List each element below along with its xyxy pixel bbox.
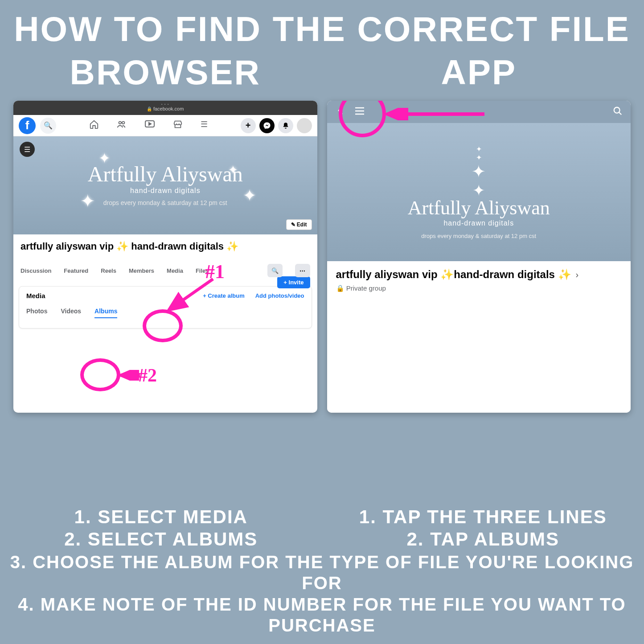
- tab-files[interactable]: Files: [196, 267, 209, 274]
- instruction-browser-1: 1. SELECT MEDIA: [0, 506, 322, 528]
- facebook-logo[interactable]: f: [19, 117, 36, 134]
- app-screenshot: ✦ ✦ ✦ ✦ Artfully Aliyswan hand-drawn dig…: [327, 101, 631, 413]
- annotation-label-2: #2: [138, 365, 157, 386]
- instruction-app-2: 2. TAP ALBUMS: [322, 528, 644, 550]
- browser-screenshot: • • • facebook.com f 🔍: [13, 101, 317, 413]
- brand-schedule: drops every monday & saturday at 12 pm c…: [421, 233, 536, 239]
- group-tabs: Discussion Featured Reels Members Media …: [13, 256, 317, 282]
- subtab-photos[interactable]: Photos: [26, 308, 47, 318]
- friends-icon[interactable]: [117, 119, 127, 131]
- tab-reels[interactable]: Reels: [101, 267, 116, 274]
- instructions-block: 1. SELECT MEDIA 2. SELECT ALBUMS 1. TAP …: [0, 506, 644, 636]
- chevron-right-icon: ›: [576, 270, 579, 280]
- group-title: artfully aliyswan vip ✨ hand-drawn digit…: [21, 241, 310, 252]
- browser-label: BROWSER: [13, 52, 317, 93]
- edit-cover-button[interactable]: ✎ Edit: [286, 219, 312, 230]
- group-menu-button[interactable]: ☰: [20, 142, 35, 157]
- brand-subtitle: hand-drawn digitals: [443, 219, 514, 227]
- lock-icon: 🔒: [336, 284, 345, 292]
- subtab-videos[interactable]: Videos: [61, 308, 81, 318]
- address-bar[interactable]: facebook.com: [147, 106, 184, 111]
- group-title-line1: artfully aliyswan vip ✨: [336, 268, 454, 281]
- sparkle-icon: ✦: [228, 163, 238, 177]
- instruction-browser-2: 2. SELECT ALBUMS: [0, 528, 322, 550]
- media-heading: Media: [26, 292, 45, 299]
- svg-line-9: [619, 112, 622, 115]
- home-icon[interactable]: [89, 119, 99, 131]
- sparkle-icon: ✦: [243, 186, 256, 205]
- more-tab-button[interactable]: ⋯: [295, 264, 310, 277]
- app-cover-banner: ✦ ✦ ✦ ✦ Artfully Aliyswan hand-drawn dig…: [327, 123, 631, 261]
- sparkle-icon: ✦: [476, 145, 482, 153]
- app-label: APP: [327, 52, 631, 93]
- media-card: Media + Create album Add photos/video Ph…: [19, 286, 312, 328]
- messenger-button[interactable]: [259, 118, 275, 133]
- search-icon: 🔍: [44, 121, 53, 130]
- annotation-circle-albums: [80, 358, 120, 391]
- instruction-shared-4: 4. MAKE NOTE OF THE ID NUMBER FOR THE FI…: [0, 594, 644, 636]
- app-group-header[interactable]: artfully aliyswan vip ✨ hand-drawn digit…: [327, 261, 631, 299]
- add-photos-link[interactable]: Add photos/video: [255, 292, 304, 299]
- brand-schedule: drops every monday & saturday at 12 pm c…: [103, 199, 227, 206]
- app-top-bar: [327, 101, 631, 123]
- sparkle-icon: ✦: [472, 181, 485, 199]
- svg-point-0: [119, 122, 121, 124]
- tab-featured[interactable]: Featured: [64, 267, 88, 274]
- browser-column: BROWSER • • • facebook.com f 🔍: [13, 49, 317, 413]
- facebook-top-nav: f 🔍 ☰: [13, 115, 317, 136]
- annotation-arrow-2: [119, 370, 141, 381]
- privacy-text: Private group: [346, 284, 386, 292]
- privacy-label: 🔒 Private group: [336, 284, 622, 292]
- group-title-line2: hand-drawn digitals ✨: [454, 268, 571, 281]
- account-button[interactable]: [297, 118, 312, 133]
- instruction-shared-3: 3. CHOOSE THE ALBUM FOR THE TYPE OF FILE…: [0, 552, 644, 594]
- search-icon[interactable]: [613, 106, 623, 118]
- hamburger-icon[interactable]: [355, 106, 365, 118]
- svg-point-1: [122, 122, 125, 124]
- subtab-albums[interactable]: Albums: [94, 308, 117, 318]
- search-button[interactable]: 🔍: [40, 118, 56, 134]
- brand-subtitle: hand-drawn digitals: [130, 187, 201, 195]
- watch-icon[interactable]: [144, 119, 155, 131]
- browser-chrome-bar: • • • facebook.com: [13, 101, 317, 115]
- brand-name: Artfully Aliyswan: [408, 199, 550, 217]
- tab-members[interactable]: Members: [129, 267, 154, 274]
- page-heading: HOW TO FIND THE CORRECT FILE: [0, 0, 644, 49]
- more-icon: ⋯: [299, 267, 305, 274]
- app-content-area: [327, 299, 631, 413]
- svg-point-8: [614, 107, 620, 113]
- tab-media[interactable]: Media: [167, 267, 183, 274]
- back-icon[interactable]: [335, 105, 346, 119]
- sparkle-icon: ✦: [80, 191, 95, 211]
- group-cover-banner: ☰ ✦ ✦ ✦ ✦ Artfully Aliyswan hand-drawn d…: [13, 136, 317, 234]
- instruction-app-1: 1. TAP THE THREE LINES: [322, 506, 644, 528]
- create-button[interactable]: +: [241, 118, 256, 133]
- group-header: artfully aliyswan vip ✨ hand-drawn digit…: [13, 234, 317, 256]
- browser-dots: • • •: [161, 102, 169, 106]
- app-column: APP ✦ ✦ ✦ ✦ Artfully Aliyswan: [327, 49, 631, 413]
- sparkle-icon: ✦: [476, 153, 482, 162]
- tab-discussion[interactable]: Discussion: [21, 267, 51, 274]
- search-tab-button[interactable]: 🔍: [267, 264, 283, 277]
- notifications-button[interactable]: [278, 118, 293, 133]
- brand-name: Artfully Aliyswan: [88, 164, 243, 184]
- menu-icon[interactable]: ☰: [201, 119, 208, 131]
- create-album-link[interactable]: + Create album: [203, 292, 245, 299]
- sparkle-icon: ✦: [98, 150, 111, 167]
- search-icon: 🔍: [271, 267, 279, 274]
- sparkle-icon: ✦: [472, 162, 486, 181]
- marketplace-icon[interactable]: [173, 119, 183, 131]
